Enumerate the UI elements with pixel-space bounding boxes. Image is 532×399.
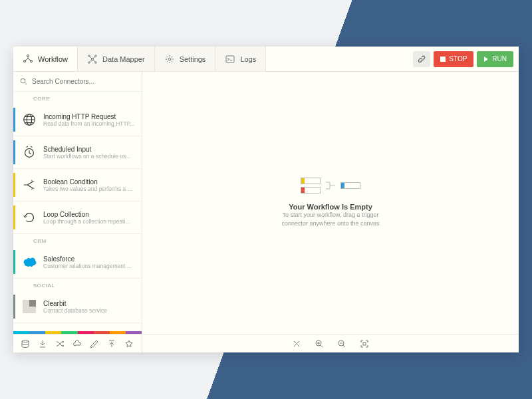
accent-bar [13, 173, 15, 197]
empty-desc: To start your workflow, drag a trigger c… [281, 211, 379, 227]
zoom-out-icon[interactable] [334, 336, 350, 351]
search-bar [13, 72, 142, 92]
connector-boolean-condition[interactable]: Boolean Condition Takes two values and p… [13, 169, 142, 201]
svg-point-4 [88, 61, 90, 63]
tab-workflow[interactable]: Workflow [13, 47, 78, 71]
connector-text: Clearbit Contact database service [43, 300, 135, 314]
connector-text: Salesforce Customer relations management… [43, 255, 135, 269]
accent-bar [13, 140, 15, 164]
header-actions: STOP RUN [413, 51, 519, 67]
run-button[interactable]: RUN [477, 51, 513, 67]
accent-bar [13, 205, 15, 229]
connector-title: Salesforce [43, 255, 135, 263]
tab-settings[interactable]: Settings [155, 47, 216, 71]
fit-screen-icon[interactable] [356, 336, 372, 351]
salesforce-icon [21, 253, 38, 271]
upload-icon[interactable] [104, 336, 120, 351]
play-icon [483, 57, 489, 62]
branch-icon [21, 176, 38, 194]
clock-icon [21, 144, 38, 161]
tab-label: Data Mapper [102, 55, 145, 63]
app-window: Workflow Data Mapper [13, 47, 519, 352]
connector-desc: Contact database service [43, 307, 135, 314]
section-label-core: CORE [13, 92, 142, 104]
connector-desc: Read data from an incoming HTTP... [43, 120, 135, 127]
svg-point-6 [95, 61, 96, 63]
connector-list: CORE Incoming HTTP Request Read data fro… [13, 92, 142, 331]
connector-desc: Loop through a collection repeati... [43, 218, 135, 225]
workflow-icon [23, 54, 33, 65]
connector-text: Boolean Condition Takes two values and p… [43, 178, 135, 192]
stop-icon [440, 57, 446, 62]
canvas-main: Your Workflow Is Empty To start your wor… [142, 72, 519, 334]
section-label-social: SOCIAL [13, 279, 142, 291]
header: Workflow Data Mapper [13, 47, 519, 72]
tab-label: Workflow [38, 55, 68, 63]
shuffle-icon[interactable] [52, 336, 68, 351]
sidebar-footer [13, 334, 142, 352]
gear-icon [164, 54, 175, 65]
share-link-button[interactable] [413, 51, 430, 67]
svg-rect-16 [29, 300, 36, 307]
download-icon[interactable] [35, 336, 51, 351]
connector-scheduled-input[interactable]: Scheduled Input Start workflows on a sch… [13, 136, 142, 169]
logs-icon [225, 54, 235, 65]
accent-bar [13, 250, 15, 274]
run-label: RUN [492, 55, 507, 63]
svg-point-3 [88, 55, 90, 56]
svg-point-8 [168, 58, 171, 61]
svg-rect-10 [440, 57, 446, 62]
connector-text: Scheduled Input Start workflows on a sch… [43, 146, 135, 160]
accent-bar [13, 108, 15, 132]
section-label-crm: CRM [13, 234, 142, 246]
canvas[interactable]: Your Workflow Is Empty To start your wor… [142, 72, 519, 352]
storage-icon[interactable] [17, 336, 33, 351]
search-icon [20, 78, 27, 85]
link-icon [418, 55, 426, 63]
search-input[interactable] [32, 78, 135, 85]
svg-rect-21 [363, 342, 366, 345]
connector-desc: Customer relations management ... [43, 263, 135, 269]
tab-label: Logs [240, 55, 256, 63]
clearbit-icon [21, 298, 38, 315]
connector-desc: Takes two values and performs a ... [43, 186, 135, 192]
data-mapper-icon [87, 54, 98, 65]
tab-data-mapper[interactable]: Data Mapper [78, 47, 155, 71]
svg-point-0 [27, 55, 29, 57]
connector-http-request[interactable]: Incoming HTTP Request Read data from an … [13, 104, 142, 136]
globe-icon [21, 111, 38, 128]
connector-title: Scheduled Input [43, 146, 135, 153]
loop-icon [21, 209, 38, 226]
connector-title: Loop Collection [43, 211, 135, 218]
svg-point-5 [95, 55, 96, 56]
svg-point-11 [21, 78, 25, 82]
zoom-in-icon[interactable] [311, 336, 327, 351]
edit-icon[interactable] [86, 336, 102, 351]
connector-title: Clearbit [43, 300, 135, 307]
tab-label: Settings [180, 55, 206, 63]
auto-layout-icon[interactable] [289, 336, 305, 351]
svg-point-17 [22, 340, 29, 342]
stop-label: STOP [449, 55, 467, 63]
connector-clearbit[interactable]: Clearbit Contact database service [13, 291, 142, 323]
svg-rect-9 [226, 56, 234, 63]
svg-point-18 [297, 343, 297, 344]
empty-illustration [301, 178, 360, 194]
connector-title: Boolean Condition [43, 178, 135, 186]
connector-text: Loop Collection Loop through a collectio… [43, 211, 135, 225]
connector-text: Incoming HTTP Request Read data from an … [43, 113, 135, 127]
connector-salesforce[interactable]: Salesforce Customer relations management… [13, 246, 142, 279]
connector-loop-collection[interactable]: Loop Collection Loop through a collectio… [13, 201, 142, 234]
sidebar: CORE Incoming HTTP Request Read data fro… [13, 72, 142, 352]
stop-button[interactable]: STOP [434, 51, 473, 67]
accent-bar [13, 295, 15, 319]
connector-desc: Start workflows on a schedule us... [43, 153, 135, 160]
connector-title: Incoming HTTP Request [43, 113, 135, 120]
body: CORE Incoming HTTP Request Read data fro… [13, 72, 519, 352]
canvas-toolbar [142, 334, 519, 352]
empty-title: Your Workflow Is Empty [281, 203, 379, 211]
tab-logs[interactable]: Logs [215, 47, 266, 71]
cloud-icon[interactable] [69, 336, 85, 351]
tab-bar: Workflow Data Mapper [13, 47, 413, 71]
star-icon[interactable] [121, 336, 137, 351]
